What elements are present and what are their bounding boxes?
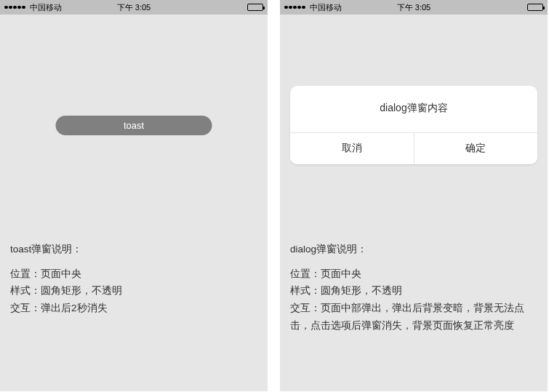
signal-icon	[284, 6, 305, 9]
desc-interaction: 交互：弹出后2秒消失	[10, 300, 257, 317]
signal-icon	[4, 6, 25, 9]
carrier-label: 中国移动	[310, 2, 342, 13]
desc-position: 位置：页面中央	[10, 265, 257, 283]
dialog-actions: 取消 确定	[290, 132, 537, 164]
phone-mock-toast: 中国移动 下午 3:05 toast toast弹窗说明： 位置：页面中央 样式…	[0, 0, 268, 391]
cancel-button[interactable]: 取消	[290, 133, 414, 164]
desc-style: 样式：圆角矩形，不透明	[290, 282, 537, 300]
desc-title: dialog弹窗说明：	[290, 241, 537, 258]
status-time: 下午 3:05	[397, 2, 430, 13]
status-time: 下午 3:05	[117, 2, 151, 13]
phone-mock-dialog: 中国移动 下午 3:05 dialog弹窗内容 取消 确定 dialog弹窗说明…	[280, 0, 548, 391]
desc-style: 样式：圆角矩形，不透明	[10, 282, 257, 300]
toast-description: toast弹窗说明： 位置：页面中央 样式：圆角矩形，不透明 交互：弹出后2秒消…	[10, 241, 257, 317]
toast-label: toast	[124, 120, 144, 131]
dialog: dialog弹窗内容 取消 确定	[290, 86, 537, 164]
status-left: 中国移动	[4, 2, 62, 13]
status-left: 中国移动	[284, 2, 342, 13]
battery-icon	[527, 4, 543, 11]
dialog-content: dialog弹窗内容	[290, 86, 537, 132]
desc-title: toast弹窗说明：	[10, 241, 257, 258]
status-bar: 中国移动 下午 3:05	[280, 0, 548, 15]
desc-interaction: 交互：页面中部弹出，弹出后背景变暗，背景无法点击，点击选项后弹窗消失，背景页面恢…	[290, 300, 537, 334]
toast: toast	[56, 116, 212, 135]
phone-body: dialog弹窗内容 取消 确定 dialog弹窗说明： 位置：页面中央 样式：…	[280, 15, 548, 391]
status-bar: 中国移动 下午 3:05	[0, 0, 268, 15]
carrier-label: 中国移动	[30, 2, 62, 13]
desc-position: 位置：页面中央	[290, 265, 537, 283]
status-right	[527, 4, 543, 11]
battery-icon	[247, 4, 263, 11]
phone-body: toast toast弹窗说明： 位置：页面中央 样式：圆角矩形，不透明 交互：…	[0, 15, 268, 391]
dialog-description: dialog弹窗说明： 位置：页面中央 样式：圆角矩形，不透明 交互：页面中部弹…	[290, 241, 537, 334]
status-right	[247, 4, 263, 11]
confirm-button[interactable]: 确定	[414, 133, 538, 164]
